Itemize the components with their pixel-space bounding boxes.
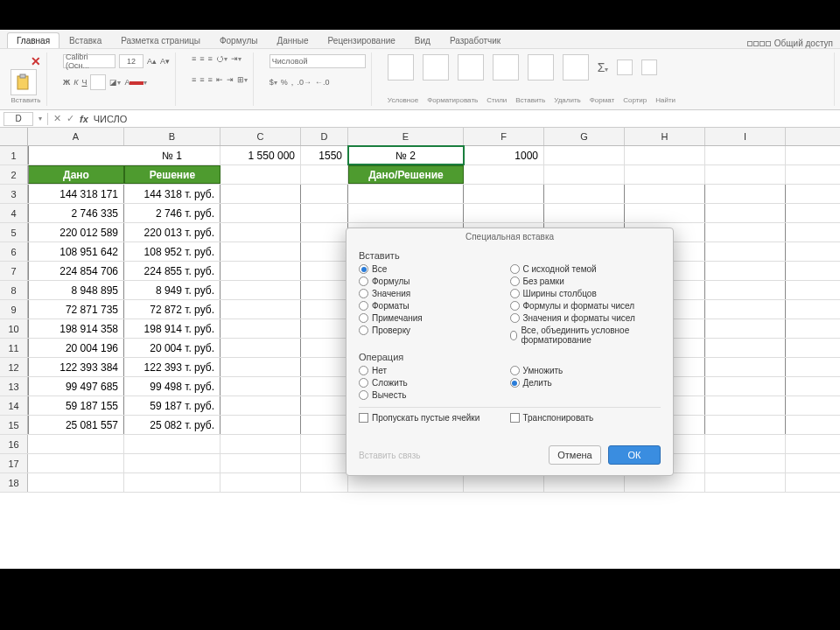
cell[interactable] (705, 358, 786, 376)
indent-inc-icon[interactable]: ⇥ (227, 75, 234, 84)
tab-home[interactable]: Главная (7, 32, 60, 48)
delete-cells-button[interactable] (528, 54, 554, 80)
cut-icon[interactable]: ✕ (31, 54, 41, 68)
cell[interactable]: 72 872 т. руб. (124, 300, 220, 318)
cell[interactable]: 20 004 т. руб. (124, 339, 220, 357)
cell[interactable] (464, 165, 544, 184)
cell[interactable]: 72 871 735 (28, 300, 124, 318)
align-middle-icon[interactable]: ≡ (200, 54, 204, 63)
cell-header[interactable]: Дано/Решение (348, 165, 464, 184)
cell[interactable] (28, 454, 124, 472)
cell[interactable] (301, 377, 348, 396)
row-header[interactable]: 11 (0, 339, 28, 357)
cell[interactable] (705, 204, 786, 222)
autosum-icon[interactable]: Σ▾ (598, 60, 609, 74)
cell[interactable] (705, 396, 786, 415)
decrease-font-icon[interactable]: A▾ (160, 57, 170, 66)
cell[interactable] (625, 204, 705, 222)
row-header[interactable]: 4 (0, 204, 28, 222)
cell[interactable]: 8 948 895 (28, 281, 124, 299)
cancel-button[interactable]: Отмена (549, 445, 601, 465)
ok-button[interactable]: ОК (608, 445, 661, 465)
cell[interactable] (705, 473, 786, 492)
cell[interactable] (705, 319, 786, 338)
row-header[interactable]: 2 (0, 165, 28, 184)
cell[interactable]: 198 914 т. руб. (124, 319, 220, 338)
comma-icon[interactable]: , (291, 78, 294, 87)
cell[interactable] (301, 339, 348, 357)
col-header[interactable]: A (28, 128, 124, 145)
cell[interactable] (28, 146, 124, 164)
row-header[interactable]: 5 (0, 223, 28, 242)
row-header[interactable]: 7 (0, 262, 28, 280)
radio-op-mul[interactable]: Умножить (510, 366, 662, 375)
conditional-format-button[interactable] (388, 54, 414, 80)
tab-formulas[interactable]: Формулы (210, 32, 268, 48)
name-box[interactable]: D (4, 112, 33, 126)
cell[interactable] (220, 165, 301, 184)
cell[interactable] (301, 165, 348, 184)
cell[interactable] (625, 165, 705, 184)
row-header[interactable]: 18 (0, 473, 28, 492)
align-right-icon[interactable]: ≡ (208, 75, 213, 84)
radio-formats[interactable]: Форматы (359, 301, 510, 311)
radio-values[interactable]: Значения (359, 289, 510, 298)
cell[interactable]: 220 012 589 (28, 223, 124, 242)
cell[interactable] (124, 454, 220, 472)
cell[interactable] (625, 473, 705, 492)
cell[interactable]: 220 013 т. руб. (124, 223, 220, 242)
percent-icon[interactable]: % (281, 78, 288, 87)
tab-insert[interactable]: Вставка (60, 32, 111, 48)
cell[interactable] (220, 339, 301, 357)
cell[interactable]: 25 082 т. руб. (124, 416, 220, 434)
cell[interactable]: № 1 (124, 146, 220, 164)
cell[interactable]: 1 550 000 (220, 146, 301, 164)
cell[interactable] (124, 435, 220, 453)
cell[interactable] (705, 281, 786, 299)
bold-button[interactable]: Ж (63, 78, 70, 87)
cell[interactable] (705, 300, 786, 318)
tab-page-layout[interactable]: Разметка страницы (111, 32, 210, 48)
paste-button[interactable] (10, 69, 37, 95)
cell[interactable] (705, 416, 786, 434)
cell[interactable] (544, 473, 625, 492)
cell[interactable] (124, 473, 220, 492)
row-header[interactable]: 12 (0, 358, 28, 376)
row-header[interactable]: 16 (0, 435, 28, 453)
row-header[interactable]: 14 (0, 396, 28, 415)
cell[interactable]: 198 914 358 (28, 319, 124, 338)
col-header[interactable]: F (464, 128, 544, 145)
indent-dec-icon[interactable]: ⇤ (216, 75, 223, 84)
cell[interactable]: 108 951 642 (28, 242, 124, 261)
cell[interactable] (705, 185, 786, 203)
cell[interactable] (220, 204, 301, 222)
radio-op-div[interactable]: Делить (510, 378, 662, 388)
cell[interactable]: 108 952 т. руб. (124, 242, 220, 261)
fx-icon[interactable]: fx (80, 114, 88, 124)
col-header[interactable]: D (301, 128, 348, 145)
row-header[interactable]: 15 (0, 416, 28, 434)
number-format-select[interactable]: Числовой (270, 54, 366, 68)
cell[interactable] (220, 377, 301, 396)
row-header[interactable]: 8 (0, 281, 28, 299)
row-header[interactable]: 9 (0, 300, 28, 318)
cell[interactable] (28, 435, 124, 453)
cell[interactable] (544, 146, 625, 164)
cell[interactable] (301, 358, 348, 376)
cell[interactable] (220, 454, 301, 472)
cell[interactable] (220, 435, 301, 453)
cell[interactable] (301, 396, 348, 415)
cell[interactable] (301, 435, 348, 453)
radio-validation[interactable]: Проверку (359, 326, 510, 335)
cell[interactable] (705, 262, 786, 280)
font-size-select[interactable]: 12 (119, 54, 144, 68)
row-header[interactable]: 17 (0, 454, 28, 472)
cell[interactable] (220, 262, 301, 280)
tab-developer[interactable]: Разработчик (440, 32, 510, 48)
fill-color-button[interactable]: ◪▾ (109, 78, 121, 87)
radio-comments[interactable]: Примечания (359, 313, 510, 323)
cell-header[interactable]: Дано (28, 165, 124, 184)
cell[interactable] (705, 339, 786, 357)
cell[interactable] (220, 281, 301, 299)
border-button[interactable] (90, 74, 106, 90)
